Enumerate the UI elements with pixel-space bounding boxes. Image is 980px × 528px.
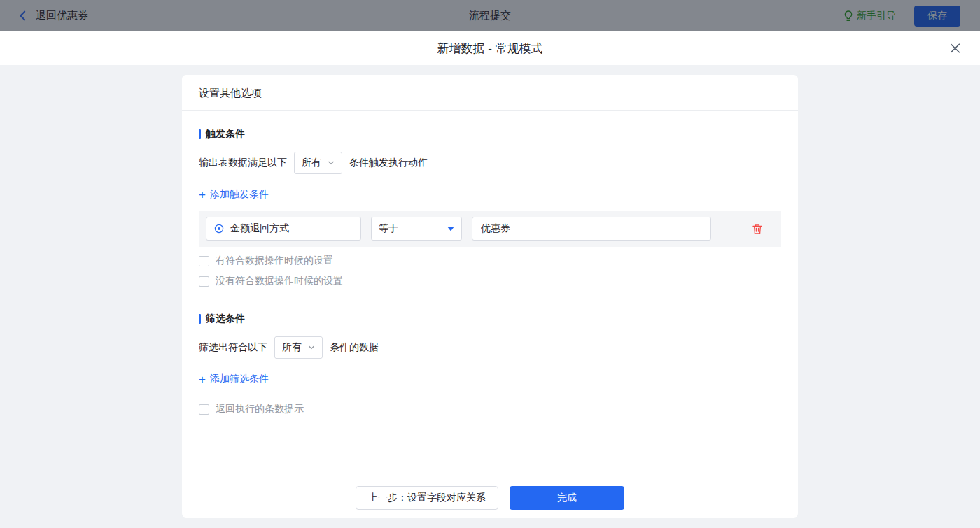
condition-operator-select[interactable]: 等于 bbox=[371, 217, 462, 241]
modal-title: 新增数据 - 常规模式 bbox=[437, 41, 542, 57]
trigger-rule-prefix: 输出表数据满足以下 bbox=[199, 157, 287, 169]
modal-header: 新增数据 - 常规模式 bbox=[0, 31, 980, 65]
checkbox-label: 返回执行的条数提示 bbox=[216, 403, 304, 415]
filter-section-title: 筛选条件 bbox=[199, 313, 781, 325]
done-button[interactable]: 完成 bbox=[510, 486, 624, 510]
condition-field-picker[interactable]: 金额退回方式 bbox=[206, 217, 361, 241]
checkbox-label: 没有符合数据操作时候的设置 bbox=[216, 275, 343, 287]
options-card: 设置其他选项 触发条件 输出表数据满足以下 所有 条件触发执行动作 bbox=[182, 75, 798, 518]
previous-step-button[interactable]: 上一步：设置字段对应关系 bbox=[356, 486, 498, 510]
topbar: 退回优惠券 流程提交 新手引导 保存 bbox=[0, 0, 980, 31]
filter-rule-prefix: 筛选出符合以下 bbox=[199, 341, 267, 354]
trigger-rule-suffix: 条件触发执行动作 bbox=[349, 157, 428, 169]
caret-down-icon bbox=[447, 227, 454, 231]
has-matching-data-checkbox-row[interactable]: 有符合数据操作时候的设置 bbox=[199, 255, 333, 267]
add-filter-condition-link[interactable]: + 添加筛选条件 bbox=[199, 373, 269, 385]
add-filter-condition-label: 添加筛选条件 bbox=[210, 373, 269, 385]
condition-operator-value: 等于 bbox=[379, 222, 398, 235]
filter-match-mode-value: 所有 bbox=[282, 341, 302, 354]
add-trigger-condition-label: 添加触发条件 bbox=[210, 188, 269, 201]
filter-rule-suffix: 条件的数据 bbox=[330, 341, 379, 354]
checkbox[interactable] bbox=[199, 276, 209, 287]
card-title: 设置其他选项 bbox=[182, 75, 798, 111]
close-icon[interactable] bbox=[949, 43, 961, 55]
plus-icon: + bbox=[199, 373, 206, 385]
return-count-hint-checkbox-row[interactable]: 返回执行的条数提示 bbox=[199, 403, 304, 415]
filter-section: 筛选条件 筛选出符合以下 所有 条件的数据 + 添加筛选条件 bbox=[199, 313, 781, 415]
checkbox-label: 有符合数据操作时候的设置 bbox=[216, 255, 333, 267]
trigger-match-mode-select[interactable]: 所有 bbox=[294, 152, 342, 174]
filter-match-mode-select[interactable]: 所有 bbox=[274, 336, 323, 359]
trigger-section-title: 触发条件 bbox=[199, 128, 781, 141]
filter-rule-row: 筛选出符合以下 所有 条件的数据 bbox=[199, 336, 781, 359]
plus-icon: + bbox=[199, 189, 206, 201]
section-accent-bar bbox=[199, 129, 201, 139]
trigger-section: 触发条件 输出表数据满足以下 所有 条件触发执行动作 + 添加触发条件 bbox=[199, 128, 781, 287]
trigger-condition-row: 金额退回方式 等于 bbox=[199, 211, 781, 247]
target-field-icon bbox=[214, 223, 225, 234]
chevron-down-icon bbox=[328, 159, 335, 166]
add-trigger-condition-link[interactable]: + 添加触发条件 bbox=[199, 188, 269, 201]
checkbox[interactable] bbox=[199, 256, 209, 266]
no-matching-data-checkbox-row[interactable]: 没有符合数据操作时候的设置 bbox=[199, 275, 343, 287]
trigger-section-label: 触发条件 bbox=[206, 128, 245, 141]
checkbox[interactable] bbox=[199, 404, 209, 415]
card-footer: 上一步：设置字段对应关系 完成 bbox=[182, 478, 798, 518]
delete-condition-icon[interactable] bbox=[752, 223, 763, 235]
condition-field-value: 金额退回方式 bbox=[230, 222, 289, 235]
modal-dim-overlay bbox=[0, 0, 980, 31]
condition-value-input[interactable] bbox=[472, 217, 711, 241]
card-body: 触发条件 输出表数据满足以下 所有 条件触发执行动作 + 添加触发条件 bbox=[182, 111, 798, 478]
section-accent-bar bbox=[199, 314, 201, 324]
modal-body: 设置其他选项 触发条件 输出表数据满足以下 所有 条件触发执行动作 bbox=[0, 65, 980, 528]
chevron-down-icon bbox=[308, 344, 315, 351]
filter-section-label: 筛选条件 bbox=[206, 313, 245, 325]
trigger-match-mode-value: 所有 bbox=[302, 157, 321, 169]
trigger-rule-row: 输出表数据满足以下 所有 条件触发执行动作 bbox=[199, 152, 781, 174]
